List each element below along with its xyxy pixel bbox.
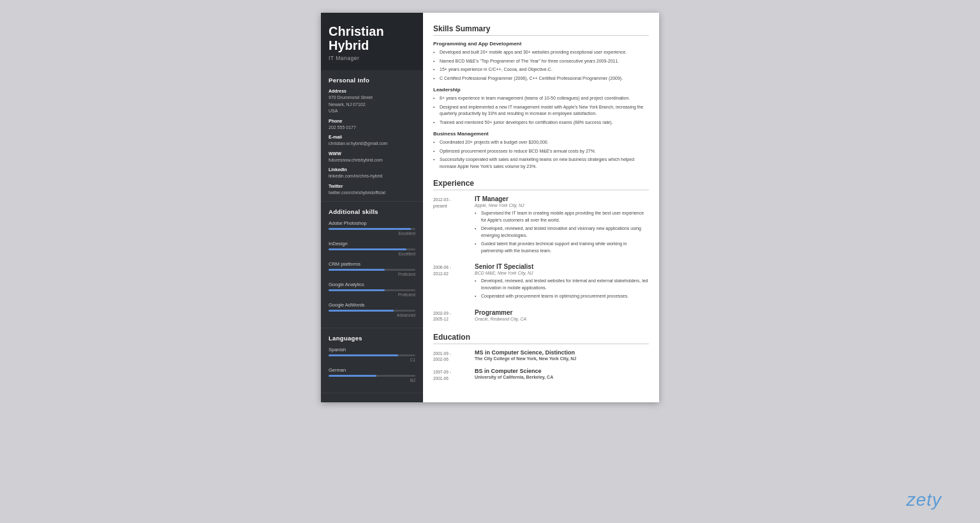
education-row: 2001-09 -2002-06 MS in Computer Science,… [433,349,649,363]
linkedin-value: linkedin.com/in/chris-hybrid [329,173,415,180]
experience-section: Experience 2012-03 -present IT Manager A… [433,179,649,324]
language-level: B2 [329,378,415,383]
leadership-bullets-list: 8+ years experience in team management (… [433,95,649,126]
exp-job-title: IT Manager [475,195,649,202]
skill-level: Excellent [329,231,415,236]
skill-bar-fill [329,228,411,230]
edu-degree: BS in Computer Science [475,368,649,374]
skill-name: Adobe Photoshop [329,220,415,226]
personal-info-section: Personal Info Address 970 Drummond Stree… [321,70,423,202]
language-row: German B2 [329,367,415,383]
experience-list: 2012-03 -present IT Manager Apple, New Y… [433,195,649,324]
skill-level: Excellent [329,252,415,256]
exp-job-title: Senior IT Specialist [475,263,649,270]
language-bar-fill [329,354,398,356]
list-item: Developed and built 20+ mobile apps and … [433,49,649,56]
experience-row: 2012-03 -present IT Manager Apple, New Y… [433,195,649,258]
main-content: Skills Summary Programming and App Devel… [423,13,659,402]
exp-dates: 2006-08 -2012-02 [433,263,468,304]
list-item: 15+ years experience in C/C++, Cocoa, an… [433,66,649,73]
skill-bar-bg [329,228,415,230]
business-title: Business Management [433,131,649,137]
name-last: Hybrid [329,38,415,52]
education-section: Education 2001-09 -2002-06 MS in Compute… [433,333,649,382]
experience-row: 2002-09 -2005-12 Programmer Oracle, Redw… [433,309,649,324]
edu-dates: 1997-09 -2001-06 [433,368,468,382]
skill-level: Advanced [329,313,415,317]
language-name: Spanish [329,347,415,352]
skill-bar-fill [329,269,385,271]
list-item: Coordinated 20+ projects with a budget o… [433,139,649,146]
twitter-label: Twitter [329,184,415,188]
exp-company: BCD M&E, New York City, NJ [475,271,649,275]
skill-bar-bg [329,248,415,250]
skill-level: Proficient [329,292,415,297]
exp-job-title: Programmer [475,309,649,316]
skill-row: CRM platforms Proficient [329,261,415,277]
exp-company: Apple, New York City, NJ [475,203,649,208]
exp-company: Oracle, Redwood City, CA [475,317,649,321]
language-row: Spanish C1 [329,347,415,362]
skill-name: Google Analytics [329,282,415,287]
education-row: 1997-09 -2001-06 BS in Computer Science … [433,368,649,382]
language-bar-bg [329,354,415,356]
email-value: christian.w.hybrid@gmail.com [329,140,415,148]
name-first: Christian [329,24,415,38]
edu-details: BS in Computer Science University of Cal… [475,368,649,382]
edu-dates: 2001-09 -2002-06 [433,349,468,363]
skill-bar-bg [329,269,415,271]
skill-bar-fill [329,310,394,312]
list-item: Designed and implemented a new IT manage… [433,104,649,117]
edu-school: University of California, Berkeley, CA [475,375,649,379]
linkedin-label: LinkedIn [329,167,415,172]
sidebar: Christian Hybrid IT Manager Personal Inf… [321,13,423,402]
address-line3: USA [329,108,415,115]
address-label: Address [329,89,415,93]
language-name: German [329,367,415,373]
experience-title: Experience [433,179,649,190]
exp-details: Programmer Oracle, Redwood City, CA [475,309,649,324]
resume-container: Christian Hybrid IT Manager Personal Inf… [321,13,659,402]
languages-list: Spanish C1 German B2 [329,347,415,383]
skill-name: CRM platforms [329,261,415,267]
skill-name: Google AdWords [329,302,415,308]
programming-title: Programming and App Development [433,41,649,47]
skills-summary-section: Skills Summary Programming and App Devel… [433,24,649,170]
additional-skills-heading: Additional skills [329,208,415,215]
skill-row: InDesign Excellent [329,241,415,256]
skill-row: Google AdWords Advanced [329,302,415,317]
phone-value: 202 555 0177 [329,125,415,132]
skill-row: Google Analytics Proficient [329,282,415,297]
www-label: WWW [329,151,415,156]
list-item: 8+ years experience in team management (… [433,95,649,102]
phone-label: Phone [329,119,415,123]
list-item: Cooperated with procurement teams in opt… [475,293,649,300]
list-item: Supervised the IT team in creating mobil… [475,210,649,224]
exp-bullets: Developed, reviewed, and tested websites… [475,278,649,300]
list-item: Trained and mentored 50+ junior develope… [433,119,649,126]
exp-dates: 2002-09 -2005-12 [433,309,468,324]
list-item: Developed, reviewed, and tested websites… [475,278,649,291]
skill-name: InDesign [329,241,415,246]
exp-details: Senior IT Specialist BCD M&E, New York C… [475,263,649,304]
skill-bar-fill [329,289,385,291]
sidebar-header: Christian Hybrid IT Manager [321,13,423,70]
skill-bar-bg [329,310,415,312]
skills-list: Adobe Photoshop Excellent InDesign Excel… [329,220,415,317]
education-list: 2001-09 -2002-06 MS in Computer Science,… [433,349,649,382]
list-item: C Certified Professional Programmer (200… [433,75,649,82]
exp-dates: 2012-03 -present [433,195,468,258]
edu-school: The City College of New York, New York C… [475,356,649,361]
language-bar-bg [329,375,415,377]
skill-row: Adobe Photoshop Excellent [329,220,415,236]
address-line2: Newark, NJ 07102 [329,102,415,109]
exp-details: IT Manager Apple, New York City, NJ Supe… [475,195,649,258]
job-title: IT Manager [329,55,415,61]
edu-degree: MS in Computer Science, Distinction [475,349,649,356]
www-value: futuresnow.chrishybrid.com [329,157,415,164]
languages-section: Languages Spanish C1 German B2 [321,328,423,393]
language-level: C1 [329,358,415,362]
skills-summary-title: Skills Summary [433,24,649,36]
personal-info-heading: Personal Info [329,77,415,84]
education-title: Education [433,333,649,344]
